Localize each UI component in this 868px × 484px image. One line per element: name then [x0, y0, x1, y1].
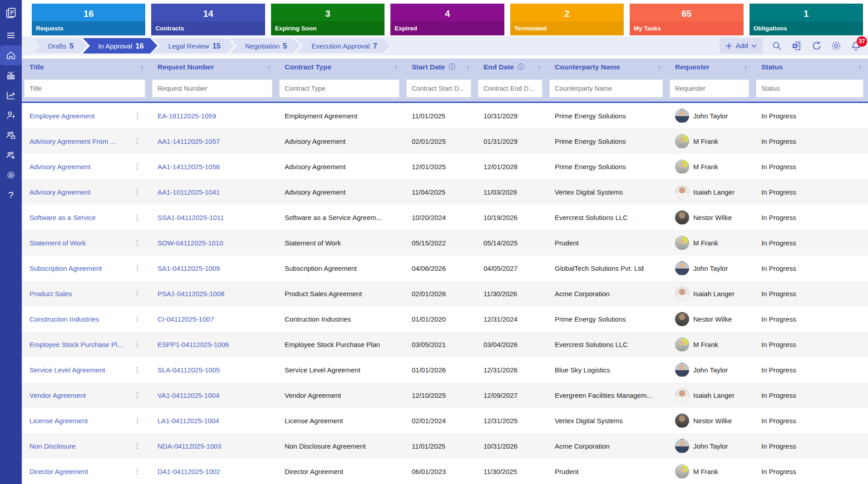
sidebar-item-help[interactable]: ?	[0, 185, 22, 205]
table-row[interactable]: Advisory Agreement ⋮ AA1-14112025-1056 A…	[22, 154, 868, 179]
column-filter-input[interactable]	[24, 79, 145, 98]
contract-title-link[interactable]: Employee Stock Purchase Pl...	[30, 341, 123, 348]
row-menu-icon[interactable]: ⋮	[132, 416, 143, 425]
contract-title-link[interactable]: Subscription Agreement	[30, 264, 102, 272]
column-header[interactable]: Contract Type ⓘ ↑	[277, 59, 404, 75]
table-row[interactable]: Employee Agreement ⋮ EA-18112025-1059 Em…	[22, 103, 868, 128]
contract-title-link[interactable]: Advisory Agreement	[30, 188, 90, 196]
contract-title-link[interactable]: Advisory Agreement From ...	[30, 137, 116, 145]
row-menu-icon[interactable]: ⋮	[132, 340, 143, 348]
sidebar-item-user-actions[interactable]	[0, 105, 22, 125]
column-filter-input[interactable]	[670, 79, 749, 98]
column-header[interactable]: Start Date ⓘ ↑	[404, 59, 476, 75]
table-row[interactable]: Software as a Service ⋮ SSA1-04112025-10…	[22, 205, 868, 230]
sort-ascending-icon[interactable]: ↑	[658, 64, 661, 71]
pipeline-stage[interactable]: Negotiation 5	[230, 38, 301, 54]
table-row[interactable]: Non Disclosure ⋮ NDA-04112025-1003 Non D…	[22, 433, 868, 459]
export-excel-icon[interactable]	[791, 40, 803, 52]
cell-request-number[interactable]: SLA-04112025-1005	[150, 357, 277, 382]
row-menu-icon[interactable]: ⋮	[132, 264, 143, 272]
sidebar-item-reports[interactable]	[0, 85, 22, 105]
contract-title-link[interactable]: Statement of Work	[30, 239, 86, 247]
column-filter-input[interactable]	[279, 79, 399, 98]
contract-title-link[interactable]: Service Level Agreement	[30, 366, 105, 374]
column-filter-input[interactable]	[478, 79, 542, 98]
menu-icon[interactable]	[0, 25, 22, 45]
column-filter-input[interactable]	[152, 79, 272, 98]
column-filter-input[interactable]	[756, 79, 863, 98]
row-menu-icon[interactable]: ⋮	[132, 213, 143, 221]
table-row[interactable]: Advisory Agreement From ... ⋮ AA1-141120…	[22, 128, 868, 154]
table-row[interactable]: Statement of Work ⋮ SOW-04112025-1010 St…	[22, 230, 868, 255]
sort-ascending-icon[interactable]: ↑	[538, 64, 541, 71]
contract-title-link[interactable]: Director Agreement	[30, 468, 88, 475]
stat-card[interactable]: 14 Contracts	[151, 4, 265, 35]
sort-ascending-icon[interactable]: ↑	[395, 64, 398, 71]
row-menu-icon[interactable]: ⋮	[132, 366, 143, 374]
contract-title-link[interactable]: Non Disclosure	[30, 442, 76, 450]
column-header[interactable]: Counterparty Name ⓘ ↑	[547, 59, 667, 75]
contract-title-link[interactable]: License Agreement	[30, 417, 88, 425]
cell-request-number[interactable]: LA1-04112025-1004	[150, 408, 277, 433]
table-row[interactable]: Employee Stock Purchase Pl... ⋮ ESPP1-04…	[22, 332, 868, 357]
add-button[interactable]: Add	[720, 38, 763, 54]
cell-request-number[interactable]: ESPP1-04112025-1006	[150, 332, 277, 357]
table-row[interactable]: Advisory Agreement ⋮ AA1-10112025-1041 A…	[22, 179, 868, 205]
refresh-icon[interactable]	[811, 40, 822, 51]
contract-title-link[interactable]: Construction Industries	[30, 315, 99, 323]
column-filter-input[interactable]	[406, 79, 471, 98]
contract-title-link[interactable]: Employee Agreement	[30, 112, 94, 120]
cell-request-number[interactable]: AA1-10112025-1041	[150, 179, 277, 205]
contract-title-link[interactable]: Advisory Agreement	[30, 163, 90, 171]
table-row[interactable]: Subscription Agreement ⋮ SA1-04112025-10…	[22, 255, 868, 281]
cell-request-number[interactable]: SA1-04112025-1009	[150, 255, 277, 281]
pipeline-stage[interactable]: Execution Approval 7	[296, 38, 391, 54]
search-icon[interactable]	[771, 40, 782, 51]
stat-card[interactable]: 1 Obligations	[750, 4, 863, 35]
notifications-bell-icon[interactable]: 37	[850, 40, 862, 52]
sidebar-item-home[interactable]	[0, 45, 22, 65]
table-row[interactable]: Vendor Agreement ⋮ VA1-04112025-1004 Ven…	[22, 382, 868, 408]
contract-title-link[interactable]: Vendor Agreement	[30, 391, 86, 399]
pipeline-stage[interactable]: In Approval 16	[83, 38, 157, 54]
cell-request-number[interactable]: PSA1-04112025-1008	[150, 281, 277, 306]
table-row[interactable]: Service Level Agreement ⋮ SLA-04112025-1…	[22, 357, 868, 382]
cell-request-number[interactable]: SSA1-04112025-1011	[150, 205, 277, 230]
sidebar-item-team-contracts[interactable]	[0, 125, 22, 145]
row-menu-icon[interactable]: ⋮	[132, 467, 143, 475]
column-header[interactable]: Status ⓘ ↑	[754, 59, 868, 75]
sort-ascending-icon[interactable]: ↑	[466, 64, 469, 71]
contract-title-link[interactable]: Product Sales	[30, 290, 72, 298]
cell-request-number[interactable]: CI-04112025-1007	[150, 306, 277, 332]
row-menu-icon[interactable]: ⋮	[132, 442, 143, 450]
sort-ascending-icon[interactable]: ↑	[267, 64, 271, 71]
column-header[interactable]: End Date ⓘ ↑	[476, 59, 547, 75]
row-menu-icon[interactable]: ⋮	[132, 112, 143, 120]
row-menu-icon[interactable]: ⋮	[132, 188, 143, 196]
sort-ascending-icon[interactable]: ↑	[858, 64, 862, 71]
cell-request-number[interactable]: SOW-04112025-1010	[150, 230, 277, 255]
stat-card[interactable]: 65 My Tasks	[630, 4, 743, 35]
column-filter-input[interactable]	[549, 79, 663, 98]
sort-ascending-icon[interactable]: ↑	[140, 64, 143, 71]
sidebar-item-settings[interactable]	[0, 165, 22, 185]
row-menu-icon[interactable]: ⋮	[132, 289, 143, 298]
table-row[interactable]: License Agreement ⋮ LA1-04112025-1004 Li…	[22, 408, 868, 433]
row-menu-icon[interactable]: ⋮	[132, 137, 143, 145]
stat-card[interactable]: 3 Expiring Soon	[271, 4, 385, 35]
stat-card[interactable]: 4 Expired	[390, 4, 504, 35]
column-header[interactable]: Title ⓘ ↑	[22, 59, 150, 75]
row-menu-icon[interactable]: ⋮	[132, 315, 143, 323]
cell-request-number[interactable]: AA1-14112025-1057	[150, 128, 277, 154]
row-menu-icon[interactable]: ⋮	[132, 162, 143, 171]
table-row[interactable]: Director Agreement ⋮ DA1-04112025-1002 D…	[22, 459, 868, 484]
row-menu-icon[interactable]: ⋮	[132, 239, 143, 247]
stat-card[interactable]: 2 Terminated	[510, 4, 624, 35]
sidebar-item-analytics[interactable]	[0, 65, 22, 85]
table-row[interactable]: Product Sales ⋮ PSA1-04112025-1008 Produ…	[22, 281, 868, 306]
sort-ascending-icon[interactable]: ↑	[744, 64, 747, 71]
contract-title-link[interactable]: Software as a Service	[30, 214, 96, 221]
cell-request-number[interactable]: VA1-04112025-1004	[150, 382, 277, 408]
pipeline-stage[interactable]: Drafts 5	[33, 38, 87, 54]
column-header[interactable]: Request Number ⓘ ↑	[150, 59, 277, 75]
